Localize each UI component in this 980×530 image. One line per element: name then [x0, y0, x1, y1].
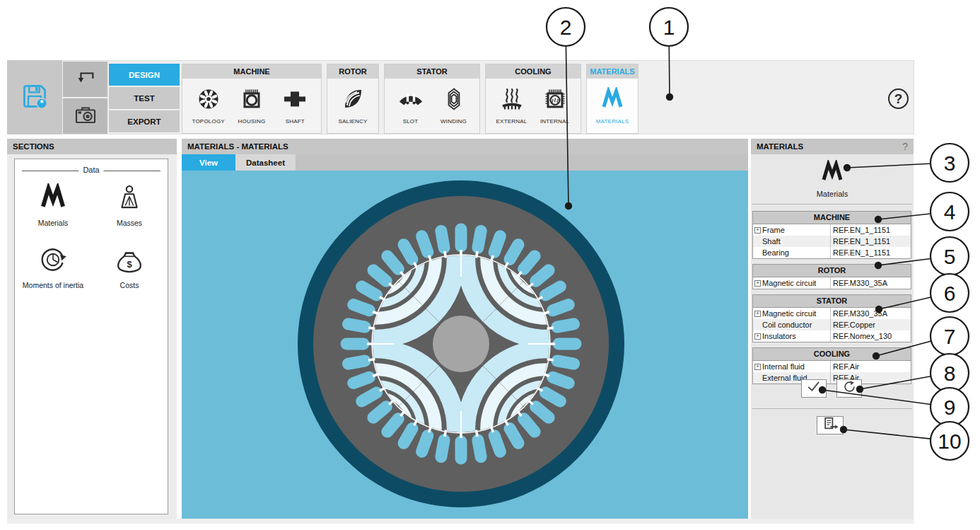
row-value[interactable]: REF.EN_1_1151 [831, 236, 911, 247]
inspector-title-bar: MATERIALS ? [751, 139, 914, 154]
toolbar-item-internal[interactable]: INTERNAL [533, 87, 576, 125]
row-value[interactable]: REF.Air [831, 361, 911, 372]
external-cooling-icon [500, 87, 524, 114]
view-tabstrip: ViewDatasheet [182, 154, 748, 171]
toolbar-item-external[interactable]: EXTERNAL [490, 87, 533, 125]
callout-number: 5 [944, 245, 956, 268]
table-header: ROTOR [753, 265, 911, 277]
toolbar-item-materials[interactable]: MATERIALS [591, 87, 634, 125]
svg-text:$: $ [127, 259, 132, 270]
row-label-cell: +Internal fluid [753, 361, 831, 372]
callout-number: 9 [944, 396, 956, 419]
tab-view[interactable]: View [182, 154, 235, 171]
toolbar-item-winding[interactable]: WINDING [432, 87, 475, 125]
sections-panel: Data Materials Masses Moments of inertia… [7, 154, 177, 519]
motor-cross-section [182, 171, 748, 519]
callout-circle [931, 237, 969, 275]
mode-tab-export[interactable]: EXPORT [109, 110, 180, 132]
table-row[interactable]: Coil conductorREF.Copper [753, 319, 911, 330]
apply-button[interactable] [801, 379, 827, 398]
table-row[interactable]: BearingREF.EN_1_1151 [753, 247, 911, 258]
callout-circle [931, 422, 969, 460]
table-header: MACHINE [753, 212, 911, 224]
undo-button[interactable] [63, 62, 107, 97]
table-row[interactable]: +Magnetic circuitREF.M330_35A [753, 308, 911, 319]
toolbar-item-slot[interactable]: SLOT [389, 87, 432, 125]
callout-circle [931, 144, 969, 182]
row-value[interactable]: REF.Copper [831, 319, 911, 330]
motor-viewport[interactable] [182, 171, 748, 519]
callout-number: 10 [938, 430, 961, 453]
mode-tab-design[interactable]: DESIGN [109, 64, 180, 86]
screenshot-button[interactable] [63, 98, 107, 134]
sections-panel-title: SECTIONS [7, 139, 177, 154]
toolbar-group-rotor: ROTOR SALIENCY [327, 64, 379, 134]
expand-icon[interactable]: + [754, 227, 761, 234]
toolbar-item-saliency[interactable]: SALIENCY [332, 87, 374, 125]
table-header: COOLING [753, 348, 911, 361]
toolbar-item-topology[interactable]: TOPOLOGY [187, 87, 230, 125]
callout-circle [931, 192, 969, 231]
row-value[interactable]: REF.EN_1_1151 [831, 247, 911, 258]
expand-icon[interactable]: + [754, 333, 761, 340]
slot-icon [399, 87, 423, 114]
toolbar-group-label: STATOR [385, 64, 479, 79]
toolbar-group-label: ROTOR [327, 64, 378, 79]
materials-icon [39, 183, 67, 214]
toolbar-group-label: MATERIALS [587, 64, 638, 79]
table-row[interactable]: +Internal fluidREF.Air [753, 361, 911, 372]
table-row[interactable]: +FrameREF.EN_1_1151 [753, 224, 911, 236]
save-project-button[interactable]: * [7, 60, 62, 134]
row-value[interactable]: REF.Nomex_130 [831, 330, 911, 342]
toolbar-item-label: EXTERNAL [496, 118, 527, 125]
row-value[interactable]: REF.EN_1_1151 [831, 224, 911, 236]
row-value[interactable]: REF.M330_35A [831, 277, 911, 289]
row-value[interactable]: REF.M330_35A [831, 308, 911, 319]
section-item-masses[interactable]: Masses [91, 183, 168, 227]
callout-circle [931, 388, 969, 426]
toolbar-item-label: HOUSING [238, 118, 266, 125]
inspector-table-stator: STATOR+Magnetic circuitREF.M330_35ACoil … [752, 294, 911, 342]
callout-circle [931, 274, 969, 312]
data-group-label: Data [78, 166, 103, 174]
materials-icon [600, 87, 624, 114]
help-icon[interactable]: ? [888, 88, 909, 109]
expand-icon[interactable]: + [754, 311, 761, 317]
inspector-table-cooling: COOLING+Internal fluidREF.AirExternal fl… [752, 347, 911, 384]
mode-tab-test[interactable]: TEST [109, 87, 180, 109]
row-label: Frame [762, 224, 785, 236]
toolbar-group-body: SALIENCY [327, 79, 378, 133]
callout-number: 3 [944, 151, 956, 175]
section-item-label: Masses [117, 219, 142, 227]
inspector-help-icon[interactable]: ? [902, 139, 908, 154]
expand-icon[interactable]: + [754, 280, 761, 287]
row-label-cell: Shaft [753, 236, 831, 247]
table-row[interactable]: +InsulatorsREF.Nomex_130 [753, 330, 911, 342]
toolbar-group-body: SLOTWINDING [385, 79, 479, 133]
callout-circle [650, 8, 688, 46]
row-label: Magnetic circuit [762, 308, 816, 319]
section-item-materials[interactable]: Materials [15, 183, 91, 227]
table-row[interactable]: +Magnetic circuitREF.M330_35A [753, 277, 911, 289]
toolbar-group-label: COOLING [486, 64, 581, 79]
toolbar-item-label: SLOT [403, 118, 419, 125]
reset-button[interactable] [836, 379, 862, 398]
toolbar-item-shaft[interactable]: SHAFT [274, 87, 317, 125]
toolbar-group-cooling: COOLINGEXTERNAL INTERNAL [485, 64, 581, 134]
export-report-button[interactable] [817, 416, 844, 434]
section-item-label: Costs [120, 281, 139, 289]
toolbar-item-housing[interactable]: HOUSING [230, 87, 273, 125]
section-item-costs[interactable]: $Costs [91, 246, 168, 289]
winding-icon [442, 87, 466, 114]
table-row[interactable]: ShaftREF.EN_1_1151 [753, 236, 911, 247]
housing-icon [240, 87, 264, 114]
row-label: Insulators [762, 330, 796, 342]
expand-icon[interactable]: + [754, 364, 761, 370]
toolbar-item-label: INTERNAL [540, 118, 569, 125]
table-row[interactable]: External fluidREF.Air [753, 372, 911, 384]
toolbar-group-label: MACHINE [182, 64, 321, 79]
inspector-tables: MACHINE+FrameREF.EN_1_1151ShaftREF.EN_1_… [752, 211, 911, 389]
section-item-moments-of-inertia[interactable]: Moments of inertia [15, 246, 91, 289]
tab-datasheet[interactable]: Datasheet [235, 154, 296, 171]
callout-number: 8 [944, 362, 956, 385]
